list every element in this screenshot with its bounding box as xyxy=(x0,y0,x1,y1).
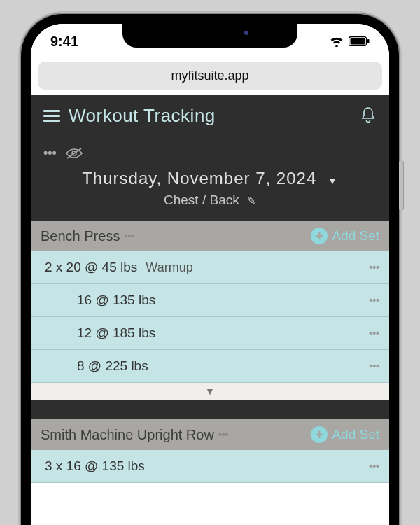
add-set-button[interactable]: + Add Set xyxy=(311,227,379,244)
phone-frame: 9:41 myfitsuite.app Workout Tracking ••• xyxy=(21,14,399,525)
exercise-header: Bench Press ••• + Add Set xyxy=(31,220,389,251)
sets-list: 3 x 16 @ 135 lbs ••• xyxy=(31,450,389,483)
svg-rect-1 xyxy=(351,38,365,45)
set-row[interactable]: 2 x 20 @ 45 lbsWarmup ••• xyxy=(31,251,389,284)
status-icons xyxy=(329,36,370,47)
workout-date-selector[interactable]: Thursday, November 7, 2024 ▼ xyxy=(43,169,377,188)
section-gap xyxy=(31,400,389,419)
status-time: 9:41 xyxy=(50,34,78,50)
date-section: ••• Thursday, November 7, 2024 ▼ Chest /… xyxy=(31,137,389,220)
phone-screen: 9:41 myfitsuite.app Workout Tracking ••• xyxy=(31,24,389,525)
exercise-more-icon[interactable]: ••• xyxy=(218,429,229,440)
exercise-header: Smith Machine Upright Row ••• + Add Set xyxy=(31,419,389,450)
edit-icon: ✎ xyxy=(247,195,256,206)
app-header: Workout Tracking xyxy=(31,95,389,137)
exercise-name: Smith Machine Upright Row xyxy=(41,427,214,443)
url-text: myfitsuite.app xyxy=(171,69,248,83)
more-icon[interactable]: ••• xyxy=(43,146,57,160)
chevron-down-icon: ▼ xyxy=(328,175,338,186)
set-row[interactable]: 16 @ 135 lbs ••• xyxy=(31,284,389,317)
plus-icon: + xyxy=(311,426,328,443)
set-text: 2 x 20 @ 45 lbs xyxy=(45,260,137,274)
set-more-icon[interactable]: ••• xyxy=(369,328,379,339)
set-text: 12 @ 185 lbs xyxy=(45,326,369,341)
set-row[interactable]: 12 @ 185 lbs ••• xyxy=(31,317,389,350)
exercise-name: Bench Press xyxy=(41,228,120,244)
svg-line-4 xyxy=(67,148,81,158)
page-title: Workout Tracking xyxy=(69,105,216,127)
svg-rect-2 xyxy=(368,39,370,43)
notch-camera-dot xyxy=(244,31,248,35)
set-row[interactable]: 3 x 16 @ 135 lbs ••• xyxy=(31,450,389,483)
browser-url-bar[interactable]: myfitsuite.app xyxy=(38,62,382,90)
set-more-icon[interactable]: ••• xyxy=(369,262,379,273)
set-more-icon[interactable]: ••• xyxy=(369,360,379,372)
expand-exercise-toggle[interactable]: ▼ xyxy=(31,383,389,400)
chevron-down-icon: ▼ xyxy=(205,386,215,397)
workout-name-row[interactable]: Chest / Back ✎ xyxy=(43,192,377,208)
phone-notch xyxy=(122,24,298,48)
menu-icon[interactable] xyxy=(43,110,60,122)
battery-icon xyxy=(349,36,370,46)
bell-icon[interactable] xyxy=(360,106,377,127)
wifi-icon xyxy=(329,36,344,47)
add-set-button[interactable]: + Add Set xyxy=(311,426,379,443)
workout-date: Thursday, November 7, 2024 xyxy=(82,169,316,188)
exercise-more-icon[interactable]: ••• xyxy=(124,230,134,241)
set-text: 16 @ 135 lbs xyxy=(45,293,369,308)
phone-side-button xyxy=(399,161,403,210)
set-more-icon[interactable]: ••• xyxy=(369,295,379,306)
add-set-label: Add Set xyxy=(332,427,379,442)
sets-list: 2 x 20 @ 45 lbsWarmup ••• 16 @ 135 lbs •… xyxy=(31,251,389,383)
set-text: 8 @ 225 lbs xyxy=(45,358,369,374)
set-more-icon[interactable]: ••• xyxy=(369,461,379,472)
plus-icon: + xyxy=(311,227,328,244)
workout-name: Chest / Back xyxy=(164,192,239,207)
set-row[interactable]: 8 @ 225 lbs ••• xyxy=(31,350,389,383)
set-label: Warmup xyxy=(146,260,192,274)
set-text: 3 x 16 @ 135 lbs xyxy=(45,458,369,474)
add-set-label: Add Set xyxy=(332,228,379,244)
visibility-off-icon[interactable] xyxy=(65,147,83,160)
